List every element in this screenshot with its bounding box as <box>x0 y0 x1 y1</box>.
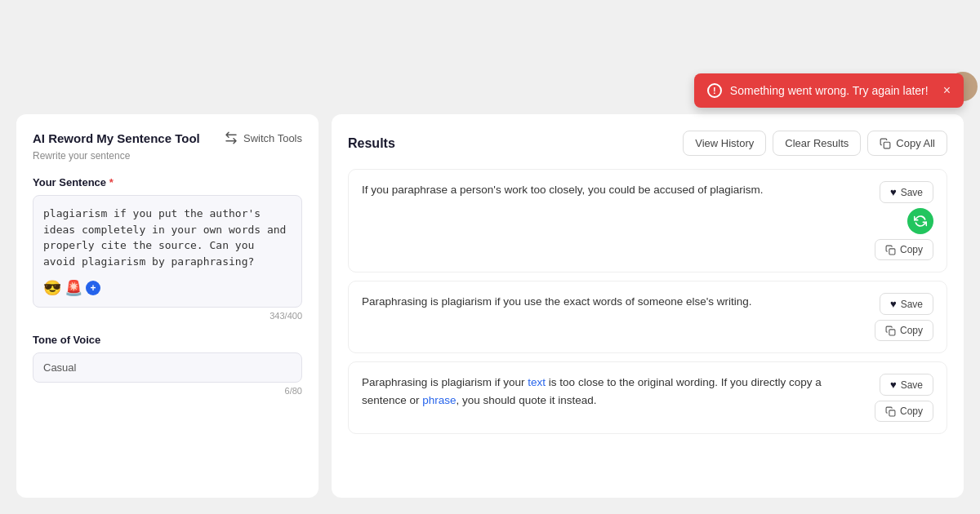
tool-title: AI Reword My Sentence Tool <box>33 131 200 145</box>
sentence-char-count: 343/400 <box>33 311 302 321</box>
result-text-2: Paraphrasing is plagiarism if you use th… <box>362 293 865 311</box>
tool-subtitle: Rewrite your sentence <box>33 150 302 162</box>
sentence-input-wrapper: plagiarism if you put the author's ideas… <box>33 195 302 308</box>
copy-button-2[interactable]: Copy <box>875 320 933 341</box>
copy-icon-1 <box>885 245 896 255</box>
toast-warning-icon: ! <box>707 83 722 98</box>
highlight-phrase: phrase <box>422 394 456 406</box>
clear-results-button[interactable]: Clear Results <box>773 131 861 156</box>
switch-tools-button[interactable]: Switch Tools <box>224 131 302 145</box>
refresh-icon-1 <box>914 215 927 228</box>
save-button-2[interactable]: ♥ Save <box>880 293 933 315</box>
results-actions: View History Clear Results Copy All <box>683 131 947 156</box>
result-actions-1: ♥ Save <box>875 181 933 260</box>
result-actions-3: ♥ Save Copy <box>875 374 933 422</box>
result-text-1: If you paraphrase a person's work too cl… <box>362 181 865 199</box>
copy-button-1[interactable]: Copy <box>875 239 933 260</box>
required-indicator: * <box>109 176 114 188</box>
result-actions-2: ♥ Save Copy <box>875 293 933 341</box>
add-emoji-button[interactable]: + <box>86 281 100 295</box>
tone-input-wrapper[interactable]: Casual <box>33 352 302 383</box>
svg-rect-2 <box>889 329 895 335</box>
toast-close-button[interactable]: × <box>943 83 951 98</box>
refresh-button-1[interactable] <box>907 208 933 234</box>
result-item-2: Paraphrasing is plagiarism if you use th… <box>348 281 947 353</box>
switch-icon <box>224 131 238 145</box>
copy-all-button[interactable]: Copy All <box>867 131 947 156</box>
result-item-1: If you paraphrase a person's work too cl… <box>348 169 947 273</box>
svg-rect-1 <box>889 248 895 254</box>
copy-icon-2 <box>885 326 896 336</box>
heart-icon-1: ♥ <box>890 186 897 198</box>
view-history-button[interactable]: View History <box>683 131 766 156</box>
result-text-3: Paraphrasing is plagiarism if your text … <box>362 374 865 409</box>
tone-char-count: 6/80 <box>33 386 302 396</box>
svg-rect-3 <box>889 410 895 415</box>
tone-value: Casual <box>43 361 292 374</box>
copy-icon-3 <box>885 406 896 417</box>
heart-icon-3: ♥ <box>890 379 897 391</box>
switch-tools-label: Switch Tools <box>243 132 302 144</box>
results-title: Results <box>348 136 395 151</box>
right-panel: Results View History Clear Results Copy … <box>332 114 964 498</box>
result-item-3: Paraphrasing is plagiarism if your text … <box>348 361 947 434</box>
heart-icon-2: ♥ <box>890 298 897 310</box>
copy-button-3[interactable]: Copy <box>875 401 933 422</box>
svg-rect-0 <box>884 142 891 148</box>
error-toast: ! Something went wrong. Try again later!… <box>694 73 964 108</box>
alert-emoji: 🚨 <box>65 279 82 297</box>
save-button-1[interactable]: ♥ Save <box>880 181 933 203</box>
left-panel: AI Reword My Sentence Tool Switch Tools … <box>16 114 318 498</box>
cool-emoji: 😎 <box>43 279 61 297</box>
sentence-textarea[interactable]: plagiarism if you put the author's ideas… <box>43 206 292 271</box>
copy-all-icon <box>880 138 891 149</box>
save-button-3[interactable]: ♥ Save <box>880 374 933 396</box>
highlight-text-1: text <box>528 376 546 388</box>
tone-label: Tone of Voice <box>33 334 302 346</box>
toast-message: Something went wrong. Try again later! <box>730 84 929 97</box>
sentence-label: Your Sentence * <box>33 176 302 188</box>
